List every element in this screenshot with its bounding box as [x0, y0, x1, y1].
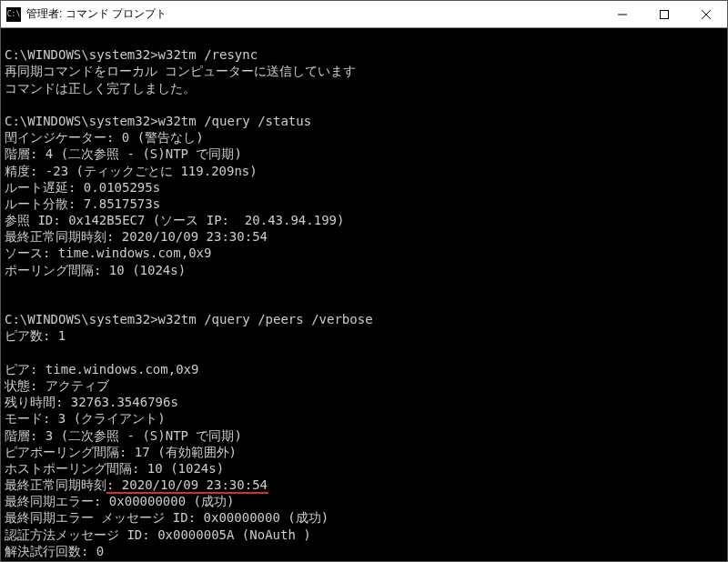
maximize-button[interactable]: [643, 1, 685, 27]
terminal-line: C:\WINDOWS\system32>w32tm /resync: [5, 46, 723, 63]
terminal-line: [5, 278, 723, 295]
terminal-line: 最終同期エラー: 0x00000000 (成功): [5, 493, 723, 509]
terminal-line: 有効データ カウンター: 1: [5, 559, 723, 561]
terminal-line: 認証方法メッセージ ID: 0x0000005A (NoAuth ): [5, 527, 723, 543]
terminal-line: 解決試行回数: 0: [5, 543, 723, 559]
terminal-line: C:\WINDOWS\system32>w32tm /query /status: [5, 113, 723, 129]
terminal-line: 精度: -23 (ティックごとに 119.209ns): [5, 163, 723, 179]
terminal-line: ルート遅延: 0.0105295s: [5, 179, 723, 196]
minimize-button[interactable]: [602, 1, 643, 27]
terminal-line: モード: 3 (クライアント): [5, 410, 723, 427]
command-prompt-window: C:\ 管理者: コマンド プロンプト C:\WINDOWS\system32>…: [0, 0, 728, 562]
terminal-line: 閏インジケーター: 0 (警告なし): [5, 129, 723, 146]
terminal-line: ソース: time.windows.com,0x9: [5, 245, 723, 261]
terminal-line: ルート分散: 7.8517573s: [5, 196, 723, 212]
terminal-line: 最終正常同期時刻: 2020/10/09 23:30:54: [5, 228, 723, 245]
titlebar[interactable]: C:\ 管理者: コマンド プロンプト: [1, 1, 727, 28]
terminal-output[interactable]: C:\WINDOWS\system32>w32tm /resync再同期コマンド…: [1, 28, 727, 561]
terminal-line: 参照 ID: 0x142B5EC7 (ソース IP: 20.43.94.199): [5, 212, 723, 228]
terminal-line: [5, 295, 723, 311]
terminal-line: [5, 96, 723, 113]
terminal-line: 階層: 4 (二次参照 - (S)NTP で同期): [5, 146, 723, 162]
terminal-line: [5, 345, 723, 361]
window-controls: [602, 1, 727, 27]
terminal-line: 再同期コマンドをローカル コンピューターに送信しています: [5, 63, 723, 79]
terminal-line: 状態: アクティブ: [5, 377, 723, 394]
terminal-line: ピア数: 1: [5, 327, 723, 344]
terminal-line: ホストポーリング間隔: 10 (1024s): [5, 460, 723, 477]
terminal-line: C:\WINDOWS\system32>w32tm /query /peers …: [5, 311, 723, 327]
close-button[interactable]: [685, 1, 727, 27]
terminal-line: 最終同期エラー メッセージ ID: 0x00000000 (成功): [5, 509, 723, 526]
terminal-line: ピア: time.windows.com,0x9: [5, 361, 723, 377]
terminal-line: 残り時間: 32763.3546796s: [5, 394, 723, 410]
terminal-line: 階層: 3 (二次参照 - (S)NTP で同期): [5, 427, 723, 444]
terminal-line: [5, 30, 723, 46]
svg-rect-1: [661, 10, 669, 18]
terminal-line: 最終正常同期時刻: 2020/10/09 23:30:54: [5, 477, 723, 493]
cmd-icon: C:\: [6, 7, 21, 22]
window-title: 管理者: コマンド プロンプト: [26, 6, 602, 22]
terminal-line: コマンドは正しく完了しました。: [5, 80, 723, 96]
terminal-line: ピアポーリング間隔: 17 (有効範囲外): [5, 444, 723, 460]
terminal-line: ポーリング間隔: 10 (1024s): [5, 262, 723, 278]
